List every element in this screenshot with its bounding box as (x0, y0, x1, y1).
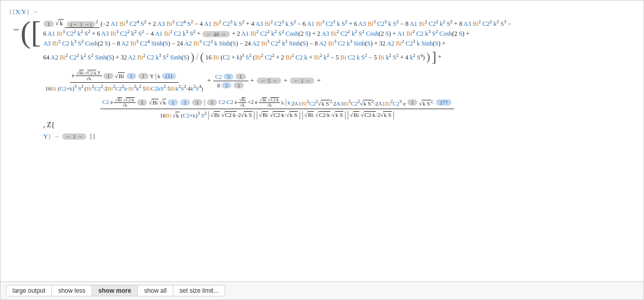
right-fraction: C2 3 1 8 5 1 (213, 72, 248, 89)
pill-mid1[interactable]: 1 (104, 73, 114, 79)
first-expr-row: 1 √k (← 1 →)2 (−2 A1 Bi3 C24 S2 + 2 A3 B… (43, 19, 511, 28)
show-less-button[interactable]: show less (51, 285, 92, 296)
pill-dots1a[interactable]: (← 1 →) (67, 21, 95, 27)
comma-z: , Z{ (43, 121, 54, 129)
middle-fraction: e √Bi √C2·k Y √k 1 √Bi 1 1 Y | (43, 69, 205, 93)
left-big-bracket: [ (31, 19, 41, 46)
fourth-expr-row: 64 A2 Bi2 C22 k2 S2 Sinh(S) + 32 A2 Bi2 … (43, 49, 511, 65)
pill-c2-2[interactable]: 1 (236, 73, 246, 80)
large-output-button[interactable]: large output (6, 285, 52, 296)
minus-sign: − (13, 24, 19, 36)
fraction-1: (← 1 →)2 (65, 19, 99, 28)
second-expr-row: 6 A1 Bi3 C22 k2 S2 + 6 A3 Bi3 C22 k2 S2 … (43, 29, 511, 38)
main-container: {{X|Y} → − ( [ 1 √k (← 1 →)2 (−2 A1 Bi3 … (0, 0, 644, 300)
math-display-area: {{X|Y} → − ( [ 1 √k (← 1 →)2 (−2 A1 Bi3 … (1, 1, 643, 281)
pill-mid2[interactable]: 1 (126, 73, 137, 79)
left-big-paren: ( (20, 19, 31, 46)
pill-bot1[interactable]: 1 (137, 99, 148, 106)
pill-bot-blue2[interactable]: 1 (180, 99, 191, 106)
pill-bot3[interactable]: 1 (207, 99, 217, 106)
pill-c2-1[interactable]: 3 (224, 73, 234, 80)
pill-8-2[interactable]: 1 (233, 82, 244, 88)
main-expression-block: − ( [ 1 √k (← 1 →)2 (−2 A1 Bi3 C24 S2 + … (13, 19, 635, 143)
show-more-button[interactable]: show more (92, 285, 138, 296)
output-toolbar: large output show less show more show al… (1, 281, 643, 299)
pill-bot-blue1[interactable]: 1 (168, 99, 178, 106)
pill-bot-mid[interactable]: 1 (407, 99, 418, 106)
pill-mid4[interactable]: (1) (162, 73, 176, 79)
pill-277[interactable]: 277 (436, 99, 452, 106)
pill-dots-last1[interactable]: ← 1 → (290, 78, 314, 84)
bottom-big-fraction: C2 e √Bi √C2·k √k 1 √Bi √k 1 1 (43, 97, 511, 129)
xy-label: {X|Y} (12, 8, 30, 16)
pill-mid3[interactable]: 1 (138, 73, 149, 79)
header-label: {{X|Y} → (9, 8, 635, 16)
middle-fraction-section: e √Bi √C2·k Y √k 1 √Bi 1 1 Y | (43, 69, 511, 93)
bottom-y-line: Y} → ← 1 → }} (43, 132, 511, 141)
set-size-limit-button[interactable]: set size limit... (173, 285, 225, 296)
pill-dots5[interactable]: ← 5 → (257, 78, 281, 84)
third-expr-row: A3 Bi2 C2 k3 S2 Cosh(2 S) − 8 A2 Bi3 C24… (43, 39, 511, 48)
pill-bot2[interactable]: 1 (192, 99, 202, 106)
pill-y-arrow[interactable]: ← 1 → (62, 133, 86, 140)
show-all-button[interactable]: show all (137, 285, 173, 296)
pill-1[interactable]: 1 (43, 21, 54, 27)
pill-8-1[interactable]: 5 (222, 82, 232, 88)
expression-content: 1 √k (← 1 →)2 (−2 A1 Bi3 C24 S2 + 2 A3 B… (41, 19, 511, 143)
pill-46[interactable]: ← 46 → (202, 31, 230, 37)
